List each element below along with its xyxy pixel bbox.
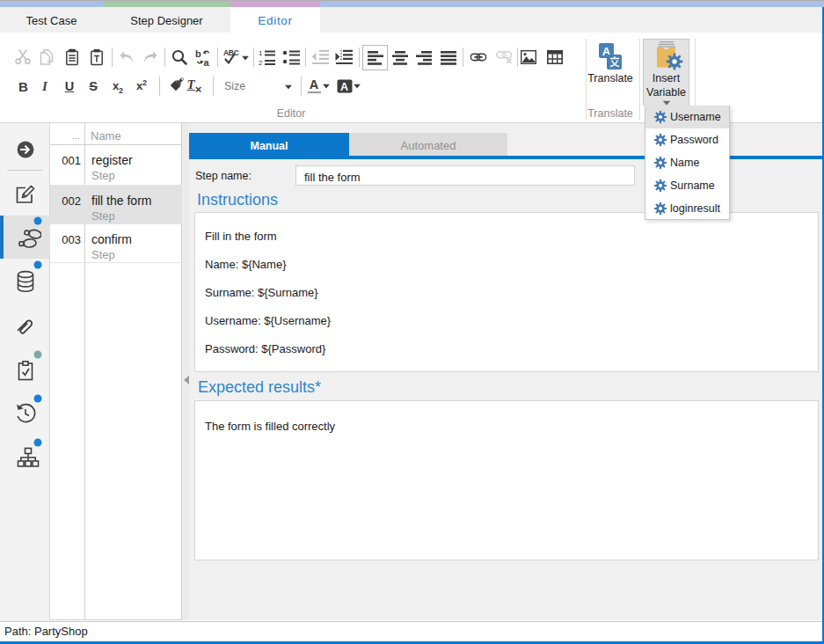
svg-text:2: 2	[259, 59, 263, 66]
svg-text:ABC: ABC	[223, 48, 239, 57]
svg-text:b: b	[195, 48, 201, 59]
svg-text:1: 1	[259, 49, 263, 57]
svg-text:a: a	[203, 57, 209, 67]
